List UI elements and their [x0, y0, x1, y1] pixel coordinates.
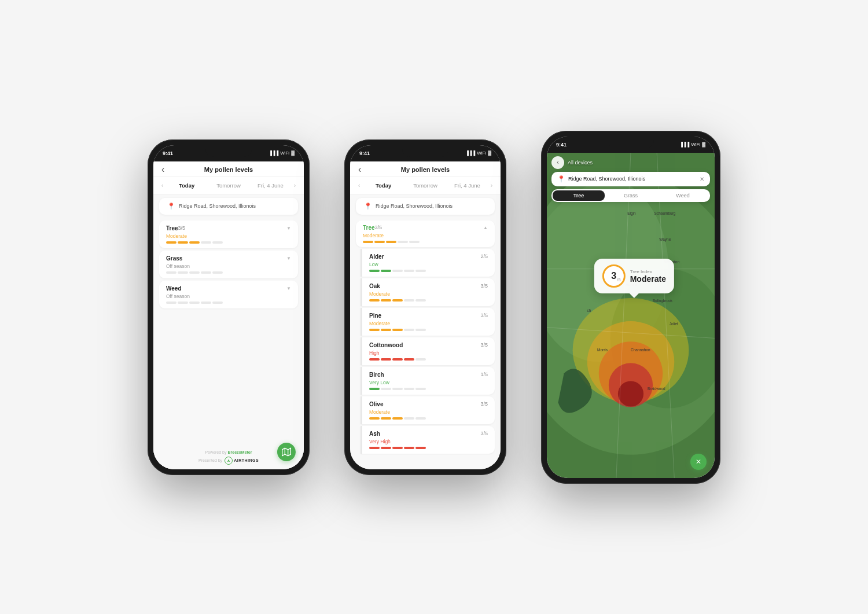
- bar-seg: [404, 299, 414, 302]
- nav-header-1: ‹ My pollen levels: [153, 161, 304, 177]
- dropdown-grass[interactable]: ▼: [286, 256, 291, 261]
- date-next-2[interactable]: ›: [488, 181, 495, 190]
- score-number: 3: [611, 271, 616, 281]
- bar-seg: [415, 299, 426, 302]
- tab-tomorrow-1[interactable]: Tomorrow: [208, 181, 249, 190]
- bar-seg: [381, 358, 391, 361]
- tab-weed[interactable]: Weed: [657, 190, 709, 201]
- bar-seg: [381, 329, 391, 331]
- svg-marker-0: [282, 448, 291, 455]
- pollen-item-grass[interactable]: Grass ▼ Off season: [159, 251, 298, 278]
- bar-seg: [392, 447, 403, 449]
- bar-seg: [178, 302, 188, 304]
- dropdown-weed[interactable]: ▼: [286, 286, 291, 291]
- bar-seg: [392, 388, 403, 390]
- tab-fri-1[interactable]: Fri, 4 June: [249, 181, 291, 190]
- pollen-name-olive: Olive: [369, 401, 383, 407]
- tab-today-1[interactable]: Today: [165, 181, 207, 190]
- page-title-2: My pollen levels: [401, 166, 450, 173]
- location-row-2: 📍 Ridge Road, Shorewood, Illionois: [356, 198, 495, 215]
- pollen-level-pine: Moderate: [369, 321, 488, 326]
- tab-fri-2[interactable]: Fri, 4 June: [446, 181, 488, 190]
- bubble-text: Tree Index Moderate: [630, 269, 666, 284]
- map-close-button[interactable]: ✕: [700, 176, 704, 182]
- screen-3: Elgin Schaumburg Wayne Wheaton Aurora Na…: [547, 153, 715, 478]
- pollen-level-birch: Very Low: [369, 380, 488, 385]
- index-bubble: 3 /5 Tree Index Moderate: [594, 259, 674, 293]
- pollen-item-tree[interactable]: Tree 3/5 ▼ Moderate: [159, 220, 298, 248]
- bar-seg: [166, 302, 176, 304]
- pollen-level-olive: Moderate: [369, 409, 488, 415]
- status-icons-3: ▐▐▐ WiFi ▓: [679, 142, 705, 147]
- tab-tree[interactable]: Tree: [553, 190, 605, 201]
- bubble-tail: [630, 293, 639, 298]
- date-tabs-2: ‹ Today Tomorrow Fri, 4 June ›: [350, 177, 501, 194]
- airthings-name: AIRTHINGS: [234, 458, 259, 462]
- battery-icon-3: ▓: [702, 142, 705, 147]
- dropdown-tree-exp[interactable]: ▲: [483, 225, 488, 230]
- bar-seg: [363, 241, 373, 243]
- pollen-name-birch: Birch: [369, 372, 384, 378]
- map-back-button[interactable]: ‹: [551, 156, 564, 169]
- bubble-content: 3 /5 Tree Index Moderate: [594, 259, 674, 293]
- bar-seg: [409, 241, 420, 243]
- date-prev-1[interactable]: ‹: [159, 181, 165, 190]
- pollen-name-weed: Weed: [166, 285, 182, 292]
- signal-icon-3: ▐▐▐: [679, 142, 689, 147]
- bar-seg: [415, 270, 426, 272]
- map-nav-row: ‹ All devices: [551, 156, 710, 169]
- progress-grass: [166, 271, 291, 274]
- tab-grass[interactable]: Grass: [605, 190, 657, 201]
- phone-2: 9:41 ▐▐▐ WiFi ▓ ‹ My pollen levels ‹ Tod…: [344, 139, 506, 475]
- pollen-name-tree-exp: Tree: [363, 225, 375, 231]
- bar-seg: [369, 388, 380, 390]
- location-text-2: Ridge Road, Shorewood, Illionois: [376, 203, 453, 209]
- back-button-2[interactable]: ‹: [358, 164, 361, 175]
- bar-seg: [415, 417, 426, 420]
- back-button-1[interactable]: ‹: [161, 164, 164, 175]
- pollen-item-tree-exp[interactable]: Tree 3/5 ▲ Moderate: [356, 220, 495, 247]
- dropdown-tree[interactable]: ▼: [286, 226, 291, 231]
- bar-seg: [404, 447, 414, 449]
- bar-seg: [212, 271, 223, 274]
- tab-tomorrow-2[interactable]: Tomorrow: [404, 181, 446, 190]
- pollen-score-ash: 3/5: [480, 431, 488, 436]
- map-location-box: 📍 Ridge Road, Shorewood, Illionois ✕: [551, 172, 710, 186]
- bar-seg: [415, 329, 426, 331]
- signal-icon-2: ▐▐▐: [465, 150, 475, 156]
- date-prev-2[interactable]: ‹: [356, 181, 362, 190]
- bar-seg: [201, 302, 211, 304]
- pollen-item-pine: Pine 3/5 Moderate: [361, 308, 495, 336]
- bar-seg: [415, 358, 426, 361]
- map-fab-close[interactable]: ✕: [690, 454, 707, 470]
- map-fab-1[interactable]: [277, 443, 296, 461]
- map-location-text: Ridge Road, Shorewood, Illionois: [568, 176, 645, 182]
- phone-1: 9:41 ▐▐▐ WiFi ▓ ‹ My pollen levels ‹ Tod…: [148, 139, 310, 475]
- pollen-item-weed[interactable]: Weed ▼ Off season: [159, 281, 298, 308]
- bar-seg: [404, 329, 414, 331]
- wifi-icon-3: WiFi: [691, 142, 700, 147]
- bar-seg: [392, 299, 403, 302]
- progress-pine: [369, 329, 488, 331]
- battery-icon: ▓: [291, 150, 295, 156]
- wifi-icon-2: WiFi: [477, 150, 486, 156]
- location-pin-1: 📍: [167, 203, 175, 210]
- time-2: 9:41: [359, 150, 370, 156]
- bar-seg: [398, 241, 408, 243]
- pollen-score-pine: 3/5: [480, 312, 488, 318]
- tab-today-2[interactable]: Today: [362, 181, 404, 190]
- date-next-1[interactable]: ›: [292, 181, 298, 190]
- bar-seg: [404, 270, 414, 272]
- presented-label: Presented by: [198, 458, 222, 462]
- progress-olive: [369, 417, 488, 420]
- nav-header-2: ‹ My pollen levels: [350, 161, 501, 177]
- map-type-tabs: Tree Grass Weed: [551, 189, 710, 202]
- map-container: Elgin Schaumburg Wayne Wheaton Aurora Na…: [547, 153, 715, 478]
- screen-1: ‹ My pollen levels ‹ Today Tomorrow Fri,…: [153, 161, 304, 469]
- bar-seg: [201, 271, 211, 274]
- date-tabs-1: ‹ Today Tomorrow Fri, 4 June ›: [153, 177, 304, 194]
- pollen-level-oak: Moderate: [369, 291, 488, 297]
- progress-ash: [369, 447, 488, 449]
- map-overlay: ‹ All devices 📍 Ridge Road, Shorewood, I…: [551, 156, 710, 202]
- pollen-score-birch: 1/5: [480, 372, 488, 377]
